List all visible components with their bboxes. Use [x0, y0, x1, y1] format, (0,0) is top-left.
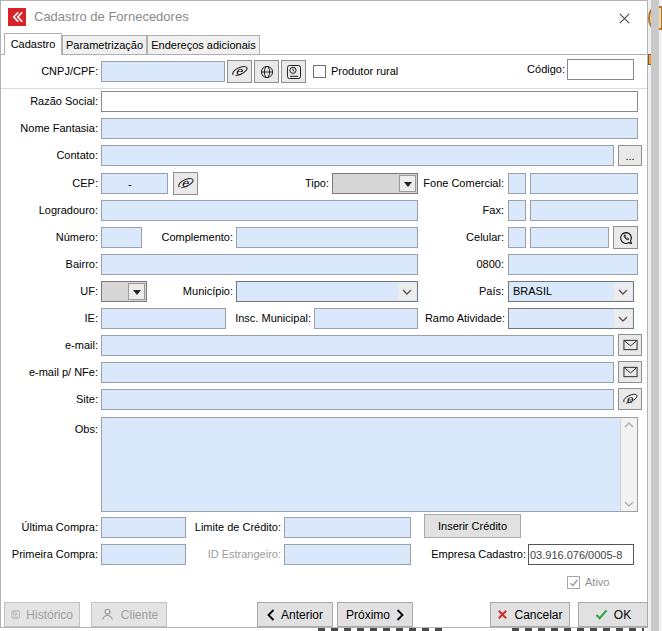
insc-municipal-input[interactable] [314, 308, 418, 329]
site-browser-button[interactable]: e [618, 388, 642, 410]
bairro-label: Bairro: [3, 254, 98, 275]
fone-comercial-label: Fone Comercial: [409, 173, 504, 194]
obs-label: Obs: [3, 419, 98, 440]
cnpj-cpf-input[interactable] [101, 61, 225, 82]
numero-input[interactable] [101, 227, 142, 248]
nome-fantasia-label: Nome Fantasia: [3, 118, 98, 139]
whatsapp-icon [618, 230, 634, 246]
check-icon [569, 578, 579, 588]
historico-button: Histórico [4, 602, 80, 627]
uf-select[interactable] [101, 281, 147, 302]
ultima-compra-input[interactable] [101, 517, 186, 538]
scroll-down-icon [624, 501, 634, 507]
screen: Cadastro de Fornecedores Cadastro Parame… [0, 0, 662, 631]
cep-browser-button[interactable]: e [173, 172, 198, 195]
email-nfe-send-button[interactable] [618, 361, 642, 383]
produtor-rural-checkbox[interactable] [313, 65, 326, 78]
codigo-label: Código: [497, 59, 565, 80]
cliente-button-label: Cliente [121, 608, 158, 622]
proximo-button-label: Próximo [346, 608, 390, 622]
contato-input[interactable] [101, 145, 614, 166]
cnpj-browser-button[interactable]: e [227, 60, 252, 83]
globe-icon [259, 64, 275, 80]
codigo-input[interactable] [567, 59, 634, 80]
ramo-atividade-label: Ramo Atividade: [406, 308, 505, 329]
site-input[interactable] [101, 389, 614, 410]
inserir-credito-button[interactable]: Inserir Crédito [424, 514, 521, 538]
complemento-input[interactable] [236, 227, 418, 248]
municipio-select[interactable] [236, 281, 418, 302]
ramo-atividade-select[interactable] [508, 308, 634, 329]
clock-card-icon [11, 607, 20, 622]
obs-textarea[interactable] [101, 417, 638, 512]
insc-municipal-label: Insc. Municipal: [215, 308, 311, 329]
section-divider [1, 88, 647, 89]
tab-enderecos-adicionais[interactable]: Endereços adicionais [147, 35, 260, 55]
bairro-input[interactable] [101, 254, 418, 275]
tab-cadastro[interactable]: Cadastro [4, 33, 62, 55]
background-window-right-sliver [648, 0, 662, 631]
historico-button-label: Histórico [26, 608, 73, 622]
browser-icon: e [177, 175, 194, 192]
cnpj-history-button[interactable] [281, 60, 306, 83]
razao-social-input[interactable] [101, 91, 638, 112]
razao-social-label: Razão Social: [3, 91, 98, 112]
ok-button[interactable]: OK [578, 602, 648, 627]
limite-credito-label: Limite de Crédito: [185, 517, 281, 538]
close-icon[interactable] [614, 8, 634, 28]
ie-input[interactable] [101, 308, 226, 329]
mail-icon [623, 339, 638, 351]
obs-scrollbar[interactable] [620, 418, 637, 511]
cadastro-fornecedores-window: Cadastro de Fornecedores Cadastro Parame… [0, 0, 648, 628]
tab-divider [1, 54, 647, 55]
nome-fantasia-input[interactable] [101, 118, 638, 139]
pais-chevron-down-icon[interactable] [614, 283, 632, 300]
pais-label: País: [409, 281, 504, 302]
empresa-cadastro-label: Empresa Cadastro: [426, 544, 526, 565]
fax-input[interactable] [530, 200, 638, 221]
mail-icon [623, 366, 638, 378]
cep-label: CEP: [3, 173, 98, 194]
chevron-left-icon [267, 609, 275, 621]
fone-comercial-ddd-input[interactable] [508, 173, 526, 194]
empresa-cadastro-input[interactable] [528, 544, 634, 565]
clock-card-icon [286, 64, 302, 80]
cep-input[interactable] [101, 173, 168, 194]
cancel-x-icon [497, 609, 508, 620]
ultima-compra-label: Última Compra: [3, 517, 98, 538]
primeira-compra-input[interactable] [101, 544, 186, 565]
contato-lookup-button[interactable]: ... [618, 145, 642, 166]
tel0800-label: 0800: [409, 254, 504, 275]
title-bar: Cadastro de Fornecedores [1, 1, 647, 33]
proximo-button[interactable]: Próximo [337, 602, 413, 627]
cliente-button: Cliente [91, 602, 167, 627]
produtor-rural-label: Produtor rural [331, 61, 398, 82]
limite-credito-input[interactable] [284, 517, 411, 538]
ok-button-label: OK [614, 608, 631, 622]
ramo-atividade-chevron-down-icon[interactable] [614, 310, 632, 327]
anterior-button[interactable]: Anterior [257, 602, 333, 627]
email-send-button[interactable] [618, 334, 642, 356]
id-estrangeiro-label: ID Estrangeiro: [185, 544, 281, 565]
tel0800-input[interactable] [508, 254, 638, 275]
fone-comercial-input[interactable] [530, 173, 638, 194]
celular-input[interactable] [530, 227, 609, 248]
site-label: Site: [3, 389, 98, 410]
email-input[interactable] [101, 335, 614, 356]
whatsapp-button[interactable] [613, 226, 638, 249]
person-icon [100, 607, 115, 622]
ativo-checkbox [567, 576, 580, 589]
pais-select[interactable]: BRASIL [508, 281, 634, 302]
fax-ddd-input[interactable] [508, 200, 526, 221]
tipo-select[interactable] [332, 173, 418, 194]
id-estrangeiro-input[interactable] [284, 544, 411, 565]
uf-label: UF: [3, 281, 98, 302]
tipo-label: Tipo: [259, 173, 329, 194]
cancelar-button[interactable]: Cancelar [490, 602, 570, 627]
tab-parametrizacao[interactable]: Parametrização [62, 35, 147, 55]
logradouro-input[interactable] [101, 200, 418, 221]
email-nfe-input[interactable] [101, 362, 614, 383]
cnpj-globe-button[interactable] [254, 60, 279, 83]
celular-ddd-input[interactable] [508, 227, 526, 248]
uf-dropdown-icon[interactable] [128, 283, 145, 300]
